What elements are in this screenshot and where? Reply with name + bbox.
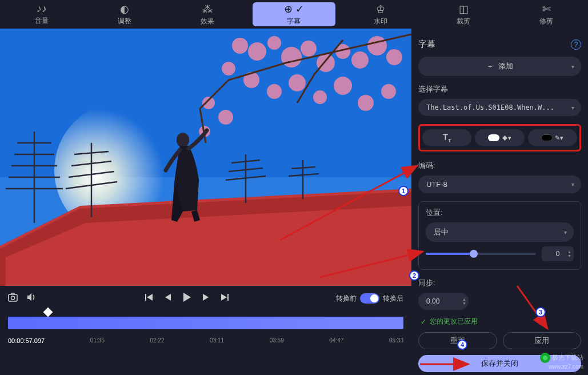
contrast-icon: ◐ (120, 3, 129, 15)
position-slider[interactable] (426, 253, 536, 255)
sync-value-input[interactable]: 0.00 ▲▼ (418, 293, 469, 310)
svg-point-7 (301, 41, 317, 57)
panel-title: 字幕 (418, 39, 435, 50)
timeline[interactable]: 00:00:57.097 01:35 02:22 03:11 03:59 04:… (0, 311, 411, 345)
pen-icon: ✎▾ (555, 134, 563, 142)
add-subtitle-button[interactable]: ＋ 添加 ▾ (418, 57, 581, 76)
tool-trim[interactable]: ✄修剪 (505, 0, 588, 29)
wand-icon: ⁂ (202, 3, 213, 15)
svg-point-12 (386, 49, 402, 65)
apply-button[interactable]: 应用 (503, 332, 582, 349)
encoding-select[interactable]: UTF-8 ▾ (418, 175, 581, 193)
svg-marker-51 (203, 294, 209, 301)
svg-point-46 (11, 296, 15, 300)
prev-icon[interactable] (164, 293, 172, 304)
skip-fwd-icon[interactable] (220, 293, 229, 304)
position-value-input[interactable]: 0▲▼ (542, 246, 574, 261)
svg-marker-48 (147, 294, 153, 301)
subtitle-panel: 字幕 ? ＋ 添加 ▾ 选择字幕 The.Last.of.Us.S01E08.W… (411, 29, 588, 375)
svg-point-6 (281, 47, 302, 67)
outline-color-button[interactable]: ✎▾ (528, 129, 577, 146)
play-icon[interactable] (182, 292, 191, 305)
after-label: 转换后 (383, 294, 403, 304)
svg-point-13 (222, 62, 235, 75)
tool-watermark[interactable]: ♔水印 (339, 0, 422, 29)
chevron-down-icon: ▾ (564, 229, 567, 236)
font-style-button[interactable]: TT (422, 129, 471, 146)
position-select[interactable]: 居中 ▾ (426, 222, 574, 242)
svg-point-16 (289, 74, 306, 91)
skip-back-icon[interactable] (145, 293, 154, 304)
logo-icon (540, 353, 550, 363)
svg-point-17 (313, 90, 327, 104)
status-message: ✓ 您的更改已应用 (421, 317, 581, 326)
scissors-icon: ✄ (542, 3, 551, 15)
volume-icon[interactable] (26, 292, 38, 305)
tool-subtitles[interactable]: ⊕ ✓字幕 (253, 2, 335, 26)
chevron-down-icon: ▾ (571, 63, 574, 70)
svg-point-18 (334, 77, 352, 95)
help-icon[interactable]: ? (571, 39, 581, 50)
tool-adjust[interactable]: ◐调整 (83, 0, 166, 29)
time-marks: 00:00:57.097 01:35 02:22 03:11 03:59 04:… (8, 337, 403, 344)
position-section: 位置: 居中 ▾ 0▲▼ (418, 201, 581, 270)
video-preview (0, 29, 411, 286)
paint-icon: 🟆▾ (502, 134, 511, 142)
svg-marker-50 (183, 293, 191, 302)
spinner-icon[interactable]: ▲▼ (567, 250, 571, 258)
top-toolbar: ♪♪音量 ◐调整 ⁂效果 ⊕ ✓字幕 ♔水印 ◫裁剪 ✄修剪 (0, 0, 588, 29)
svg-marker-52 (221, 294, 227, 301)
position-label: 位置: (426, 208, 574, 218)
playback-controls: 转换前 转换后 (0, 286, 411, 311)
white-swatch-icon (488, 134, 499, 141)
spinner-icon[interactable]: ▲▼ (462, 297, 466, 305)
watermark: 极光下载站 www.xz7.com (540, 353, 583, 370)
tool-volume[interactable]: ♪♪音量 (0, 0, 83, 29)
svg-marker-49 (165, 294, 171, 301)
svg-point-44 (177, 133, 189, 147)
fill-color-button[interactable]: 🟆▾ (475, 129, 524, 146)
svg-point-21 (202, 97, 215, 109)
text-icon: TT (443, 132, 451, 143)
speech-icon: ⊕ ✓ (284, 3, 304, 15)
svg-point-20 (381, 84, 396, 99)
svg-point-10 (351, 51, 369, 69)
before-label: 转换前 (336, 294, 357, 304)
chevron-down-icon: ▾ (571, 181, 574, 188)
svg-point-4 (248, 42, 266, 61)
encoding-label: 编码: (418, 161, 581, 171)
tool-effects[interactable]: ⁂效果 (166, 0, 249, 29)
svg-rect-45 (9, 294, 17, 301)
svg-rect-47 (145, 294, 146, 301)
svg-point-11 (367, 36, 387, 55)
crop-icon: ◫ (459, 3, 469, 15)
reset-button[interactable]: 重置 (418, 332, 497, 349)
camera-icon[interactable] (8, 293, 19, 304)
svg-point-15 (267, 84, 282, 99)
svg-point-3 (232, 38, 248, 54)
next-icon[interactable] (202, 293, 210, 304)
check-icon: ✓ (421, 318, 426, 326)
black-swatch-icon (541, 134, 553, 141)
svg-point-19 (358, 95, 374, 111)
plus-icon: ＋ (486, 61, 494, 71)
stamp-icon: ♔ (376, 3, 385, 15)
timeline-track[interactable] (8, 317, 403, 329)
tool-crop[interactable]: ◫裁剪 (422, 0, 505, 29)
select-subtitle-label: 选择字幕 (418, 84, 581, 94)
subtitle-file-select[interactable]: The.Last.of.Us.S01E08.When.W... ▾ (418, 99, 581, 116)
music-icon: ♪♪ (37, 3, 47, 15)
svg-point-5 (267, 36, 281, 50)
svg-rect-53 (227, 294, 229, 301)
style-controls: TT 🟆▾ ✎▾ (418, 124, 581, 151)
preview-toggle[interactable] (360, 293, 379, 304)
sync-label: 同步: (418, 278, 581, 288)
chevron-down-icon: ▾ (571, 105, 574, 111)
svg-point-22 (218, 110, 233, 125)
